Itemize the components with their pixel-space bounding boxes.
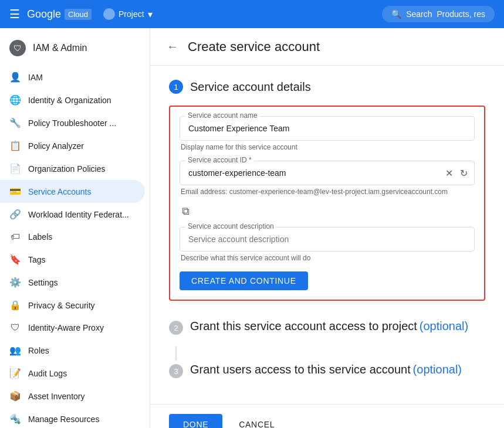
id-field-wrapper: ✕ ↻ [180, 161, 475, 185]
step1-outlined-box: Service account name Display name for th… [169, 106, 485, 301]
sidebar-item-privacy-security[interactable]: 🔒 Privacy & Security [0, 294, 145, 317]
sidebar-item-label: Policy Analyzer [28, 141, 84, 151]
sidebar-item-iam[interactable]: 👤 IAM [0, 66, 145, 89]
topbar: ☰ Google Cloud Project ▾ 🔍 Search Produc… [0, 0, 504, 28]
main-content: ← Create service account 1 Service accou… [150, 28, 504, 428]
step-connector [175, 347, 177, 361]
service-account-name-input[interactable] [180, 116, 475, 141]
step1-section: 1 Service account details Service accoun… [169, 80, 485, 301]
sidebar-header-icon: 🛡 [9, 40, 26, 56]
step1-title: Service account details [190, 80, 311, 94]
step3-section: 3 Grant users access to this service acc… [169, 363, 485, 378]
sidebar-item-asset-inventory[interactable]: 📦 Asset Inventory [0, 385, 145, 407]
service-account-id-field: Service account ID * ✕ ↻ [180, 161, 475, 185]
step3-content: Grant users access to this service accou… [190, 363, 462, 376]
sidebar-item-label: Policy Troubleshooter ... [28, 118, 116, 128]
menu-icon[interactable]: ☰ [9, 7, 20, 21]
manage-resources-icon: 🔩 [9, 413, 21, 424]
org-policies-icon: 📄 [9, 163, 21, 174]
policy-analyzer-icon: 📋 [9, 140, 21, 151]
settings-icon: ⚙️ [9, 277, 21, 288]
logo-cloud: Cloud [65, 9, 92, 20]
sidebar-item-label: Organization Policies [28, 164, 106, 174]
id-field-actions: ✕ ↻ [443, 165, 470, 181]
sidebar-item-roles[interactable]: 👥 Roles [0, 339, 145, 362]
page-title: Create service account [188, 39, 320, 55]
bottom-bar: DONE CANCEL [150, 404, 504, 428]
sidebar-item-organization-policies[interactable]: 📄 Organization Policies [0, 157, 145, 180]
search-icon: 🔍 [391, 9, 401, 19]
step2-content: Grant this service account access to pro… [190, 320, 468, 333]
email-address: Email address: customer-experience-team@… [181, 188, 475, 196]
iam-icon: 👤 [9, 72, 21, 83]
privacy-security-icon: 🔒 [9, 300, 21, 311]
sidebar-item-policy-troubleshooter[interactable]: 🔧 Policy Troubleshooter ... [0, 111, 145, 134]
sidebar-item-label: Manage Resources [28, 415, 99, 424]
step1-badge: 1 [169, 80, 183, 94]
project-dropdown-icon[interactable]: ▾ [148, 9, 153, 20]
sidebar-item-workload-identity[interactable]: 🔗 Workload Identity Federat... [0, 203, 145, 226]
step2-section: 2 Grant this service account access to p… [169, 320, 485, 335]
step2-title: Grant this service account access to pro… [190, 320, 417, 332]
desc-helper: Describe what this service account will … [181, 254, 475, 262]
sidebar-header-title: IAM & Admin [33, 43, 87, 53]
project-icon [103, 8, 115, 20]
refresh-id-button[interactable]: ↻ [458, 165, 470, 181]
copy-button[interactable]: ⧉ [180, 203, 192, 220]
sidebar-item-label: Audit Logs [28, 369, 67, 378]
audit-logs-icon: 📝 [9, 368, 21, 379]
sidebar-item-identity-org[interactable]: 🌐 Identity & Organization [0, 89, 145, 111]
tags-icon: 🔖 [9, 254, 21, 265]
name-label: Service account name [185, 111, 260, 120]
sidebar-item-labels[interactable]: 🏷 Labels [0, 226, 145, 248]
copy-btn-wrapper: ⧉ [180, 203, 475, 220]
sidebar-item-manage-resources[interactable]: 🔩 Manage Resources [0, 407, 145, 428]
sidebar-item-label: Asset Inventory [28, 392, 85, 401]
roles-icon: 👥 [9, 345, 21, 356]
done-button[interactable]: DONE [169, 414, 222, 428]
description-input[interactable] [180, 227, 475, 252]
logo: Google Cloud [27, 8, 92, 21]
service-account-name-field: Service account name [180, 116, 475, 141]
cancel-button[interactable]: CANCEL [229, 414, 284, 428]
sidebar-item-label: Identity-Aware Proxy [28, 323, 104, 332]
desc-label: Service account description [185, 222, 276, 230]
sidebar-item-tags[interactable]: 🔖 Tags [0, 248, 145, 271]
description-field: Service account description [180, 227, 475, 252]
sidebar-item-label: Identity & Organization [28, 96, 111, 105]
back-button[interactable]: ← [164, 38, 181, 56]
sidebar-item-label: Roles [28, 346, 49, 355]
search-bar[interactable]: 🔍 Search Products, res [382, 6, 495, 22]
step2-badge: 2 [169, 321, 183, 335]
sidebar-item-label: Workload Identity Federat... [28, 210, 129, 219]
create-and-continue-button[interactable]: CREATE AND CONTINUE [180, 271, 308, 290]
asset-inventory-icon: 📦 [9, 390, 21, 402]
service-accounts-icon: 💳 [9, 186, 21, 197]
search-label: Search [406, 9, 432, 19]
sidebar-item-service-accounts[interactable]: 💳 Service Accounts [0, 180, 145, 203]
step3-title: Grant users access to this service accou… [190, 363, 411, 376]
name-helper: Display name for this service account [181, 143, 475, 151]
sidebar-item-label: Service Accounts [28, 187, 91, 196]
id-label: Service account ID * [185, 156, 254, 164]
sidebar-item-settings[interactable]: ⚙️ Settings [0, 271, 145, 294]
sidebar-item-label: Labels [28, 232, 52, 242]
project-name: Project [119, 9, 144, 19]
step2-optional: (optional) [420, 320, 468, 332]
labels-icon: 🏷 [9, 232, 21, 242]
sidebar-item-policy-analyzer[interactable]: 📋 Policy Analyzer [0, 134, 145, 157]
logo-text: Google [27, 8, 61, 21]
sidebar-item-audit-logs[interactable]: 📝 Audit Logs [0, 362, 145, 385]
step3-optional: (optional) [413, 363, 462, 376]
project-selector[interactable]: Project ▾ [103, 8, 153, 20]
search-placeholder: Products, res [437, 9, 485, 19]
service-account-id-input[interactable] [180, 161, 475, 185]
clear-id-button[interactable]: ✕ [443, 165, 455, 181]
sidebar: 🛡 IAM & Admin 👤 IAM 🌐 Identity & Organiz… [0, 28, 150, 428]
form-area: 1 Service account details Service accoun… [150, 66, 504, 404]
identity-aware-proxy-icon: 🛡 [9, 322, 21, 333]
sidebar-item-label: Privacy & Security [28, 301, 95, 310]
workload-identity-icon: 🔗 [9, 209, 21, 220]
sidebar-item-label: IAM [28, 73, 43, 82]
sidebar-item-identity-aware-proxy[interactable]: 🛡 Identity-Aware Proxy [0, 317, 145, 339]
